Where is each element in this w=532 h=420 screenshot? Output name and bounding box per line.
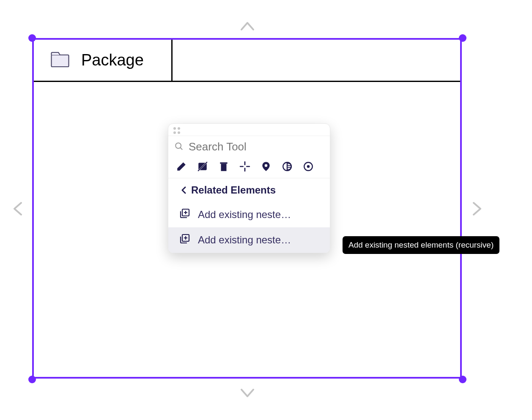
context-popup: Related Elements Add existing neste… Add… [168,123,330,253]
svg-point-1 [176,143,181,148]
tooltip: Add existing nested elements (recursive) [343,236,499,254]
delete-icon[interactable] [218,161,229,172]
expand-left-chevron[interactable] [9,200,26,217]
add-existing-nested-recursive-item[interactable]: Add existing neste… [168,227,330,253]
search-icon [174,142,184,153]
drag-dots-icon [173,127,180,134]
image-off-icon[interactable] [197,161,208,172]
svg-rect-0 [52,55,69,67]
selection-handle-top-right[interactable] [459,34,466,42]
selection-handle-bottom-right[interactable] [459,376,466,383]
svg-rect-6 [221,164,227,171]
chevron-left-icon [180,186,188,194]
target-icon[interactable] [303,161,314,172]
popup-section-header[interactable]: Related Elements [168,178,330,202]
package-header-empty [173,40,460,82]
contrast-icon[interactable] [282,161,293,172]
popup-item-label: Add existing neste… [198,234,291,246]
section-header-label: Related Elements [191,184,276,196]
add-nested-icon [179,233,190,247]
selection-handle-top-left[interactable] [28,34,36,42]
add-nested-icon [179,208,190,221]
package-tab[interactable]: Package [34,40,173,82]
svg-point-19 [307,165,310,168]
svg-line-2 [180,147,182,150]
expand-up-chevron[interactable] [239,18,256,35]
popup-search-row [168,136,330,158]
tooltip-text: Add existing nested elements (recursive) [348,240,494,249]
package-title: Package [81,51,144,69]
svg-point-12 [265,164,268,167]
search-input[interactable] [189,140,324,153]
collapse-icon[interactable] [239,161,250,172]
folder-icon [51,52,69,69]
location-pin-icon[interactable] [261,161,271,172]
selection-handle-bottom-left[interactable] [28,376,36,383]
expand-down-chevron[interactable] [239,385,256,401]
popup-item-label: Add existing neste… [198,209,291,221]
edit-icon[interactable] [176,161,187,172]
svg-rect-7 [220,162,227,164]
expand-right-chevron[interactable] [469,200,485,217]
popup-drag-handle[interactable] [168,124,330,136]
add-existing-nested-item[interactable]: Add existing neste… [168,202,330,227]
popup-toolbar [168,158,330,178]
